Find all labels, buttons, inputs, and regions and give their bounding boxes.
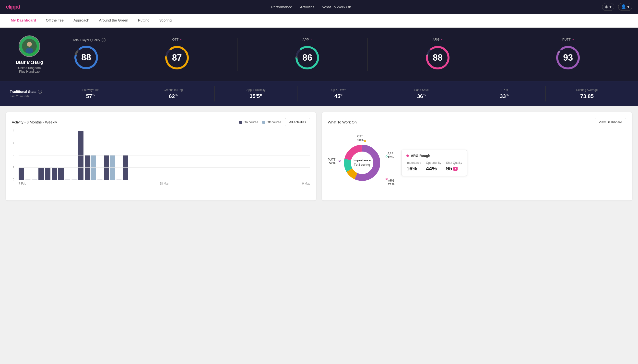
putt-donut-label: PUTT 57% xyxy=(328,158,335,165)
on-course-label: On course xyxy=(244,120,258,124)
opportunity-label: Opportunity xyxy=(426,161,441,164)
app-dot xyxy=(386,156,387,158)
arg-label: ARG ↗ xyxy=(433,38,443,41)
app-section: APP ↗ 86 xyxy=(247,38,368,71)
trad-stats-label: Traditional Stats ? Last 20 rounds xyxy=(10,90,49,98)
putt-ring: 93 xyxy=(554,44,581,71)
app-logo: clippd xyxy=(6,4,20,10)
activity-card: Activity - 3 Months - Weekly On course O… xyxy=(6,112,316,200)
info-card-title-text: ARG Rough xyxy=(411,154,430,158)
down-arrow-icon: ▼ xyxy=(453,167,458,171)
activity-card-header: Activity - 3 Months - Weekly On course O… xyxy=(12,118,310,126)
svg-point-1 xyxy=(27,42,32,47)
subnav-off-the-tee[interactable]: Off the Tee xyxy=(41,14,69,28)
bottom-section: Activity - 3 Months - Weekly On course O… xyxy=(0,106,638,206)
view-dashboard-button[interactable]: View Dashboard xyxy=(595,118,626,126)
info-card-dot xyxy=(406,154,409,157)
trad-stats-period: Last 20 rounds xyxy=(10,94,49,98)
x-label-feb: 7 Feb xyxy=(19,182,26,185)
shot-quality-value: 95 ▼ xyxy=(446,166,462,172)
off-course-dot xyxy=(262,121,265,124)
work-on-content: Importance To Scoring PUTT 57% OTT 10% A… xyxy=(328,131,626,194)
traditional-stats: Traditional Stats ? Last 20 rounds Fairw… xyxy=(0,81,638,106)
total-quality-label: Total Player Quality xyxy=(73,38,100,42)
hero-section: Blair McHarg United Kingdom Plus Handica… xyxy=(0,28,638,81)
y-label-3: 3 xyxy=(13,141,14,144)
arg-ring: 88 xyxy=(424,44,451,71)
plus-icon: ⊕ xyxy=(605,4,608,10)
on-course-dot xyxy=(239,121,242,124)
app-label: APP ↗ xyxy=(303,38,312,41)
info-metrics: Importance 16% Opportunity 44% Shot Qual… xyxy=(406,161,462,172)
grid: 4 3 2 1 0 xyxy=(19,131,310,180)
trad-greens: Greens In Reg 62% xyxy=(132,86,215,102)
arg-value: 88 xyxy=(433,52,443,63)
legend-off-course: Off course xyxy=(262,120,281,124)
subnav-scoring[interactable]: Scoring xyxy=(154,14,176,28)
app-arrow: ↗ xyxy=(310,38,312,41)
subnav-around-the-green[interactable]: Around the Green xyxy=(94,14,133,28)
nav-links: Performance Activities What To Work On xyxy=(271,5,351,9)
ott-value: 87 xyxy=(172,52,182,63)
trad-help-icon: ? xyxy=(38,90,42,94)
profile-button[interactable]: 👤 ▾ xyxy=(618,3,632,11)
svg-text:To Scoring: To Scoring xyxy=(354,163,370,166)
importance-label: Importance xyxy=(406,161,421,164)
shot-quality-metric: Shot Quality 95 ▼ xyxy=(446,161,462,172)
gridline-0: 0 xyxy=(19,180,310,180)
app-donut-label: APP 12% xyxy=(387,152,394,159)
work-on-card: What To Work On View Dashboard Importanc… xyxy=(322,112,632,200)
add-button[interactable]: ⊕ ▾ xyxy=(602,3,614,11)
top-nav: clippd Performance Activities What To Wo… xyxy=(0,0,638,14)
info-card: ARG Rough Importance 16% Opportunity 44%… xyxy=(401,150,467,176)
divider xyxy=(61,36,61,73)
subnav-putting[interactable]: Putting xyxy=(133,14,154,28)
gridline-4: 4 xyxy=(19,131,310,131)
opportunity-metric: Opportunity 44% xyxy=(426,161,441,172)
y-label-0: 0 xyxy=(13,178,14,181)
x-label-mar: 28 Mar xyxy=(160,182,169,185)
putt-arrow: ↗ xyxy=(572,38,574,41)
player-country: United Kingdom xyxy=(18,66,41,70)
arg-dot xyxy=(386,178,387,180)
gridline-1: 1 xyxy=(19,168,310,168)
putt-label: PUTT ↗ xyxy=(562,38,574,41)
nav-what-to-work-on[interactable]: What To Work On xyxy=(322,5,351,9)
gridline-2: 2 xyxy=(19,155,310,156)
arg-section: ARG ↗ 88 xyxy=(377,38,498,71)
subnav-my-dashboard[interactable]: My Dashboard xyxy=(6,14,41,28)
importance-value: 16% xyxy=(406,166,421,172)
player-info: Blair McHarg United Kingdom Plus Handica… xyxy=(10,36,49,73)
total-score-value: 88 xyxy=(81,52,91,62)
profile-chevron: ▾ xyxy=(627,4,629,10)
off-course-label: Off course xyxy=(267,120,281,124)
nav-performance[interactable]: Performance xyxy=(271,5,292,9)
app-ring: 86 xyxy=(294,44,321,71)
importance-metric: Importance 16% xyxy=(406,161,421,172)
shot-quality-label: Shot Quality xyxy=(446,161,462,164)
trad-sand-save: Sand Save 36% xyxy=(380,86,463,102)
putt-section: PUTT ↗ 93 xyxy=(508,38,628,71)
nav-activities[interactable]: Activities xyxy=(300,5,314,9)
trad-one-putt: 1 Putt 33% xyxy=(463,86,545,102)
donut-svg: Importance To Scoring xyxy=(340,141,384,185)
ott-ring: 87 xyxy=(163,44,190,71)
subnav-approach[interactable]: Approach xyxy=(69,14,94,28)
y-label-2: 2 xyxy=(13,154,14,156)
ott-arrow: ↗ xyxy=(179,38,182,41)
ott-label: OTT ↗ xyxy=(172,38,182,41)
arg-donut-label: ARG 21% xyxy=(388,179,394,186)
ott-section: OTT ↗ 87 xyxy=(117,38,238,71)
app-value: 86 xyxy=(302,52,312,63)
putt-value: 93 xyxy=(563,52,573,63)
avatar-image xyxy=(19,36,39,56)
trad-scoring-avg: Scoring Average 73.85 xyxy=(545,86,628,102)
trad-proximity: App. Proximity 35'5" xyxy=(215,86,297,102)
gridline-3: 3 xyxy=(19,143,310,143)
y-label-1: 1 xyxy=(13,166,14,169)
activity-card-title: Activity - 3 Months - Weekly xyxy=(12,120,57,124)
y-label-4: 4 xyxy=(13,129,14,132)
all-activities-button[interactable]: All Activities xyxy=(285,118,310,126)
legend-on-course: On course xyxy=(239,120,258,124)
bar-chart-container: 4 3 2 1 0 xyxy=(12,131,310,185)
